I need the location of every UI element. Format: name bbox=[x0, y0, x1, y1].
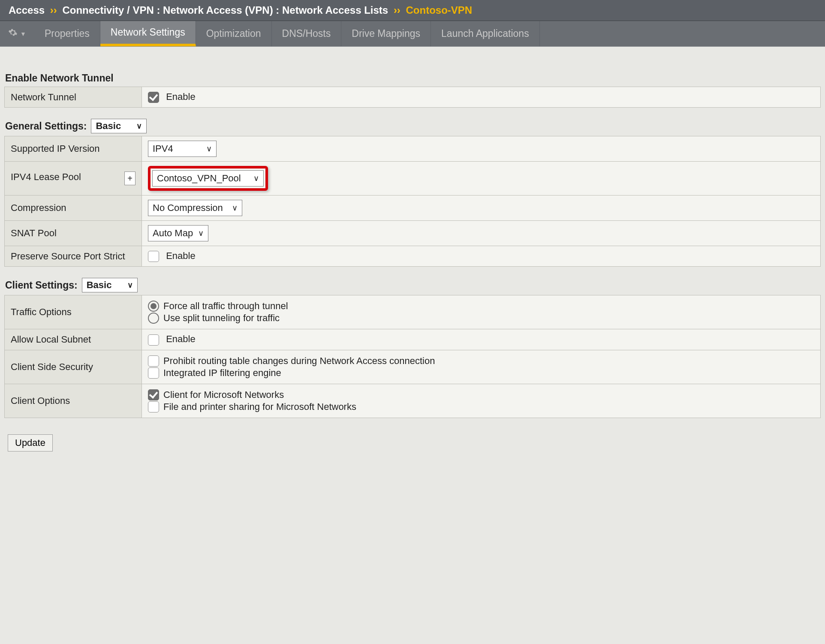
breadcrumb-sep-1: ›› bbox=[50, 4, 57, 16]
lease-pool-add-button[interactable]: + bbox=[124, 172, 135, 185]
breadcrumb-current: Contoso-VPN bbox=[406, 4, 473, 16]
traffic-force-all-radio[interactable] bbox=[148, 301, 159, 312]
tab-optimization[interactable]: Optimization bbox=[196, 21, 272, 46]
tab-launch-applications[interactable]: Launch Applications bbox=[431, 21, 540, 46]
lease-pool-select[interactable]: Contoso_VPN_Pool ∨ bbox=[152, 170, 264, 187]
chevron-down-icon: ∨ bbox=[136, 121, 142, 131]
chevron-down-icon: ▼ bbox=[20, 30, 26, 37]
chevron-down-icon: ∨ bbox=[198, 229, 204, 238]
compression-select[interactable]: No Compression ∨ bbox=[148, 200, 242, 216]
traffic-options-label: Traffic Options bbox=[5, 295, 142, 329]
client-mode-select[interactable]: Basic ∨ bbox=[82, 278, 138, 292]
tab-dns-hosts[interactable]: DNS/Hosts bbox=[272, 21, 342, 46]
preserve-port-enable-text: Enable bbox=[166, 250, 196, 261]
section-general-title: General Settings: Basic ∨ bbox=[5, 119, 821, 133]
preserve-port-checkbox[interactable] bbox=[148, 251, 159, 262]
network-tunnel-label: Network Tunnel bbox=[5, 87, 142, 108]
allow-local-label: Allow Local Subnet bbox=[5, 329, 142, 350]
preserve-port-label: Preserve Source Port Strict bbox=[5, 246, 142, 267]
breadcrumb: Access ›› Connectivity / VPN : Network A… bbox=[0, 0, 825, 21]
prohibit-routing-checkbox[interactable] bbox=[148, 355, 159, 367]
client-settings-table: Traffic Options Force all traffic throug… bbox=[4, 295, 821, 418]
breadcrumb-sep-2: ›› bbox=[394, 4, 400, 16]
snat-select[interactable]: Auto Map ∨ bbox=[148, 225, 208, 241]
lease-pool-highlight: Contoso_VPN_Pool ∨ bbox=[148, 166, 268, 191]
network-tunnel-enable-text: Enable bbox=[166, 91, 196, 102]
chevron-down-icon: ∨ bbox=[253, 174, 259, 183]
allow-local-checkbox[interactable] bbox=[148, 334, 159, 346]
breadcrumb-root[interactable]: Access bbox=[9, 4, 45, 16]
compression-label: Compression bbox=[5, 196, 142, 221]
lease-pool-label: IPV4 Lease Pool + bbox=[5, 162, 142, 196]
update-button[interactable]: Update bbox=[8, 434, 53, 451]
general-mode-select[interactable]: Basic ∨ bbox=[91, 119, 147, 133]
tab-network-settings[interactable]: Network Settings bbox=[100, 21, 196, 46]
network-tunnel-checkbox[interactable] bbox=[148, 92, 159, 103]
traffic-split-radio[interactable] bbox=[148, 313, 159, 324]
tab-drive-mappings[interactable]: Drive Mappings bbox=[341, 21, 431, 46]
chevron-down-icon: ∨ bbox=[232, 203, 238, 213]
gear-icon bbox=[8, 28, 18, 40]
ip-version-select[interactable]: IPV4 ∨ bbox=[148, 141, 217, 157]
tab-bar: ▼ Properties Network Settings Optimizati… bbox=[0, 21, 825, 47]
file-printer-sharing-checkbox[interactable] bbox=[148, 401, 159, 412]
section-enable-tunnel-title: Enable Network Tunnel bbox=[5, 72, 821, 84]
general-settings-table: Supported IP Version IPV4 ∨ IPV4 Lease P… bbox=[4, 136, 821, 267]
ip-version-label: Supported IP Version bbox=[5, 136, 142, 162]
gear-menu[interactable]: ▼ bbox=[0, 21, 34, 46]
section-client-title: Client Settings: Basic ∨ bbox=[5, 278, 821, 292]
breadcrumb-path[interactable]: Connectivity / VPN : Network Access (VPN… bbox=[62, 4, 388, 16]
chevron-down-icon: ∨ bbox=[206, 144, 212, 153]
ip-filtering-checkbox[interactable] bbox=[148, 367, 159, 379]
tab-properties[interactable]: Properties bbox=[34, 21, 100, 46]
chevron-down-icon: ∨ bbox=[127, 280, 133, 290]
enable-tunnel-table: Network Tunnel Enable bbox=[4, 87, 821, 108]
ms-networks-client-checkbox[interactable] bbox=[148, 389, 159, 400]
client-security-label: Client Side Security bbox=[5, 350, 142, 384]
snat-label: SNAT Pool bbox=[5, 221, 142, 246]
client-options-label: Client Options bbox=[5, 384, 142, 418]
